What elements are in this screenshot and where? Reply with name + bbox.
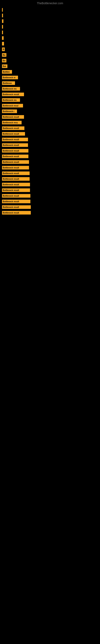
bar-row: Bottleneck resul [2, 104, 100, 108]
bar-row: Bottlenec [2, 81, 100, 85]
bar-row: Bottleneck result [2, 166, 100, 170]
bar-16: Bottleneck result [2, 92, 24, 96]
bar-19: Bottleneck r [2, 110, 17, 113]
bar-row: Bottleneck result [2, 171, 100, 176]
bar-row: Bottleneck result [2, 182, 100, 187]
bar-label-23: Bottleneck result [3, 133, 19, 135]
bar-row [2, 13, 100, 18]
bar-row: Bottleneck result [2, 92, 100, 96]
bar-row: Bottleneck result [2, 177, 100, 181]
bar-34: Bottleneck result [2, 194, 30, 198]
bar-20: Bottleneck result [2, 115, 24, 119]
bar-32: Bottleneck result [2, 183, 30, 186]
bar-row: Bo [2, 53, 100, 57]
bar-row: Bottleneck result [2, 210, 100, 215]
bar-4 [2, 25, 3, 28]
bar-label-14: Bottlenec [3, 82, 12, 84]
bar-label-16: Bottleneck result [3, 94, 19, 96]
bar-label-24: Bottleneck result [3, 138, 19, 141]
bar-label-22: Bottleneck result [3, 127, 19, 130]
bar-label-30: Bottleneck result [3, 172, 19, 174]
bar-row: Bo [2, 58, 100, 63]
bar-1 [2, 8, 3, 12]
bar-label-32: Bottleneck result [3, 184, 19, 186]
bar-row: Bottleneck result [2, 143, 100, 147]
bar-6 [2, 36, 3, 40]
site-title: TheBottlenecker.com [0, 0, 100, 6]
bar-row [2, 24, 100, 29]
bar-33: Bottleneck result [2, 188, 30, 192]
bar-9: Bo [2, 53, 6, 57]
bar-label-11: Bot [3, 65, 6, 68]
bar-row: Bot [2, 64, 100, 68]
bar-37: Bottleneck result [2, 211, 31, 214]
bar-label-18: Bottleneck resul [3, 105, 18, 107]
bar-row [2, 36, 100, 40]
bar-3 [2, 19, 3, 23]
bar-label-17: Bottleneck res [3, 99, 17, 101]
bar-row: Bottleneck result [2, 194, 100, 198]
bar-row: Bottleneck r [2, 109, 100, 114]
bar-row: Bottleneck result [2, 132, 100, 136]
bar-label-19: Bottleneck r [3, 110, 14, 112]
bar-12: Bottlen [2, 70, 12, 74]
bar-30: Bottleneck result [2, 172, 30, 175]
bar-row [2, 42, 100, 46]
bar-row: Bottleneck res [2, 86, 100, 91]
bar-row [2, 30, 100, 34]
bar-36: Bottleneck result [2, 205, 31, 209]
bar-label-27: Bottleneck result [3, 155, 19, 158]
bar-label-21: Bottleneck resu [3, 122, 18, 124]
bar-label-8: B [3, 48, 4, 50]
bar-15: Bottleneck res [2, 87, 20, 90]
bar-row: Bottleneck result [2, 188, 100, 192]
bar-14: Bottlenec [2, 81, 15, 85]
bar-18: Bottleneck resul [2, 104, 23, 108]
bar-5 [2, 30, 3, 34]
bar-17: Bottleneck res [2, 98, 20, 102]
bar-label-29: Bottleneck result [3, 167, 19, 169]
bar-row [2, 19, 100, 23]
bar-row: B [2, 47, 100, 52]
bar-label-35: Bottleneck result [3, 200, 19, 203]
bar-row: Bottleneck result [2, 137, 100, 142]
bar-label-10: Bo [3, 60, 5, 62]
bar-25: Bottleneck result [2, 143, 28, 147]
bar-row: Bottleneck result [2, 205, 100, 209]
bar-label-9: Bo [3, 54, 5, 56]
bar-8: B [2, 48, 5, 51]
bar-label-28: Bottleneck result [3, 161, 19, 163]
bar-row: Bottlen [2, 70, 100, 74]
bar-label-12: Bottlen [3, 71, 10, 73]
bar-31: Bottleneck result [2, 177, 30, 181]
bar-row: Bottleneck res [2, 98, 100, 102]
bar-28: Bottleneck result [2, 160, 29, 164]
bar-label-34: Bottleneck result [3, 195, 19, 197]
bar-27: Bottleneck result [2, 154, 28, 158]
bar-label-25: Bottleneck result [3, 144, 19, 146]
bar-label-36: Bottleneck result [3, 206, 19, 208]
bar-row: Bottleneck result [2, 154, 100, 158]
bar-26: Bottleneck result [2, 149, 28, 152]
bar-13: Bottleneck re [2, 76, 18, 79]
bar-23: Bottleneck result [2, 132, 25, 136]
bar-row: Bottleneck result [2, 115, 100, 119]
bar-11: Bot [2, 64, 7, 68]
bar-label-26: Bottleneck result [3, 150, 19, 152]
bar-2 [2, 14, 3, 17]
bar-row: Bottleneck resu [2, 120, 100, 125]
bar-label-33: Bottleneck result [3, 189, 19, 192]
bar-row: Bottleneck result [2, 126, 100, 130]
bar-7 [2, 42, 4, 46]
bars-container: BBoBoBotBottlenBottleneck reBottlenecBot… [0, 6, 100, 216]
bar-row: Bottleneck result [2, 199, 100, 204]
bar-label-31: Bottleneck result [3, 178, 19, 180]
bar-row: Bottleneck result [2, 160, 100, 164]
bar-29: Bottleneck result [2, 166, 29, 170]
bar-24: Bottleneck result [2, 138, 28, 141]
bar-row: Bottleneck result [2, 148, 100, 153]
bar-label-20: Bottleneck result [3, 116, 19, 118]
bar-label-13: Bottleneck re [3, 76, 15, 79]
bar-22: Bottleneck result [2, 126, 24, 130]
bar-row [2, 8, 100, 12]
